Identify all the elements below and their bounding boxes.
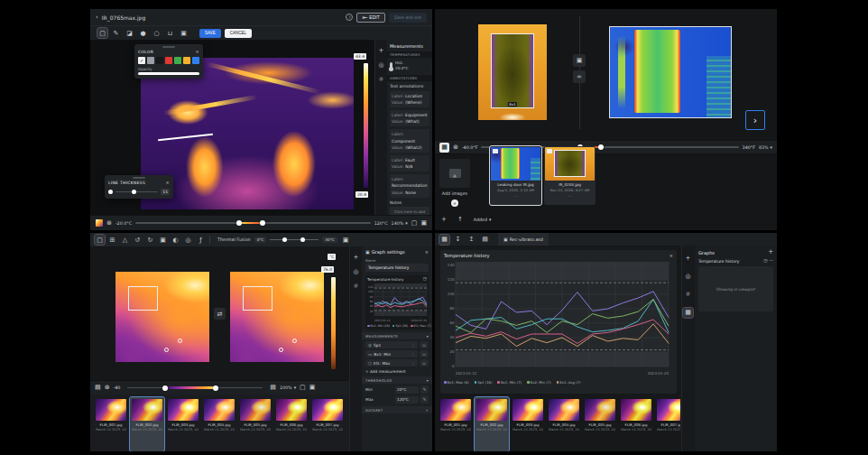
remove-icon[interactable]: × [451, 200, 458, 207]
eraser-tool-icon[interactable]: ◪ [125, 28, 134, 38]
image-card[interactable]: Leaking door IR.jpg Aug 5, 2045, 2:10 AM… [490, 146, 541, 205]
film-card[interactable]: FLIR_002.jpg March 15 2023, 10:4... [475, 397, 509, 451]
fusion-min-value[interactable]: 0°C [254, 237, 267, 243]
circle-tool-icon[interactable]: ○ [152, 28, 162, 38]
annotation-field[interactable]: Label: Recommendation Value: None [390, 174, 429, 198]
temperature-range-slider[interactable] [135, 219, 371, 227]
reference-thermal-image[interactable]: Bx1 [478, 24, 547, 120]
film-card[interactable]: FLIR_004.jpg March 15 2023, 10:4... [547, 397, 581, 451]
expand-icon[interactable]: ◳ [763, 259, 767, 264]
fit-view-icon[interactable]: ▢ [300, 385, 306, 391]
item-menu-icon[interactable]: ⋯ [770, 259, 774, 264]
film-card[interactable]: FLIR_003.jpg March 15 2023, 10:4... [511, 397, 545, 451]
add-image-icon[interactable]: + [441, 217, 447, 223]
duplicate-tool-icon[interactable]: ▣ [179, 28, 189, 38]
film-icon[interactable]: ▤ [270, 385, 276, 391]
palette-icon[interactable]: ◎ [378, 62, 383, 69]
zoom-dropdown[interactable]: 83%▾ [759, 145, 772, 150]
back-icon[interactable]: ‹ [96, 14, 98, 21]
palette-icon[interactable]: ◎ [183, 235, 193, 245]
color-swatch[interactable] [147, 57, 154, 64]
range-handle-high[interactable] [260, 220, 265, 226]
add-icon[interactable]: + [354, 255, 359, 261]
notes-input[interactable]: Click here to add notes [390, 207, 429, 215]
dataset-section[interactable]: DATASET+ [362, 406, 432, 413]
film-card[interactable]: FLIR_001.jpg March 15 2023, 10:4... [94, 397, 128, 451]
film-card[interactable]: FLIR_003.jpg March 15 2023, 10:4... [166, 397, 200, 451]
annotation-field[interactable]: Label: Component Value: (What2) [390, 129, 429, 153]
film-card[interactable]: FLIR_004.jpg March 15 2023, 10:4... [202, 397, 236, 451]
film-card[interactable]: FLIR_001.jpg March 15 2023, 10:4... [439, 397, 473, 451]
close-icon[interactable]: × [196, 50, 200, 54]
swap-images-button[interactable]: ⇄ [214, 308, 226, 320]
lightbulb-icon[interactable]: ☼ [378, 77, 383, 83]
edit-button[interactable]: ⇤ EDIT [356, 13, 384, 23]
sort-dropdown[interactable]: Added▾ [474, 218, 492, 222]
color-scale[interactable] [364, 63, 368, 188]
film-card[interactable]: FLIR_007.jpg March 15 2023, 10:4... [310, 397, 345, 451]
fill-view-icon[interactable]: ▣ [420, 220, 427, 227]
overlay-icon[interactable]: ▣ [341, 235, 351, 245]
circle-filled-tool-icon[interactable]: ● [138, 28, 148, 38]
close-icon[interactable]: × [669, 253, 673, 258]
pan-icon[interactable]: ⊞ [107, 235, 117, 245]
graphs-view-icon[interactable]: ▦ [439, 235, 449, 245]
compared-thermal-image[interactable] [609, 26, 732, 118]
color-swatch[interactable] [192, 57, 199, 64]
rotate-right-icon[interactable]: ↻ [145, 235, 155, 245]
delete-measurement-button[interactable]: ⊔ [420, 350, 429, 358]
thickness-handle[interactable] [132, 190, 136, 194]
film-icon[interactable]: ▤ [95, 385, 101, 391]
alarm-icon[interactable]: ⊗ [105, 385, 110, 391]
select-icon[interactable]: ▢ [95, 235, 105, 245]
film-card[interactable]: FLIR_002.jpg March 15 2023, 10:4... [130, 397, 164, 451]
save-exit-button[interactable]: Save and exit [389, 13, 427, 23]
color-swatch[interactable]: ✓ [138, 57, 145, 64]
thresholds-section[interactable]: THRESHOLDS▾ [362, 376, 432, 384]
link-images-button[interactable]: ∞ [573, 70, 586, 83]
measurements-section[interactable]: MEASUREMENTS▾ [362, 332, 432, 339]
opacity-slider[interactable] [138, 72, 199, 75]
max-value-input[interactable]: 120°C [395, 396, 419, 404]
palette-icon[interactable]: ◎ [353, 269, 358, 275]
film-card[interactable]: FLIR_005.jpg March 15 2023, 10:4... [583, 397, 617, 451]
next-image-button[interactable]: › [745, 110, 765, 130]
card-menu-icon[interactable]: ⋯ [491, 193, 540, 199]
palette-icon[interactable]: ◎ [683, 272, 693, 282]
shape-icon[interactable]: △ [120, 235, 130, 245]
fx-icon[interactable]: ƒ [196, 235, 206, 245]
palette-range-slider[interactable] [127, 385, 263, 392]
fit-view-icon[interactable]: ▢ [411, 220, 418, 227]
spot-marker[interactable] [178, 339, 182, 343]
measurement-row[interactable]: ◎ Sp1 ⋮ [365, 341, 418, 348]
range-handle-low[interactable] [162, 385, 168, 391]
range-handle-high[interactable] [213, 385, 218, 391]
zoom-dropdown[interactable]: 140%▾ [392, 221, 408, 226]
trash-tool-icon[interactable]: ⊔ [165, 28, 175, 38]
save-icon[interactable]: ▤ [480, 235, 490, 245]
film-card[interactable]: FLIR_007.jpg March 15 2023, 10:4... [655, 397, 680, 451]
close-icon[interactable]: × [166, 181, 171, 185]
fusion-max-value[interactable]: 30°C [322, 237, 337, 243]
select-tool-icon[interactable]: ▢ [97, 28, 107, 38]
add-graph-icon[interactable]: + [768, 249, 773, 255]
film-card[interactable]: FLIR_006.jpg March 15 2023, 10:4... [619, 397, 653, 451]
thermal-image-right[interactable] [230, 272, 324, 362]
annotation-field[interactable]: Label: Location Value: (Where) [390, 91, 429, 107]
image-card[interactable]: IR_0204.jpg Nov 24, 2008, 8:27 AM ⋯ [544, 146, 596, 205]
save-button[interactable]: SAVE [199, 29, 221, 38]
color-swatch[interactable] [183, 57, 190, 64]
close-icon[interactable]: × [425, 250, 429, 255]
help-icon[interactable]: ? [346, 14, 353, 21]
spot-marker[interactable] [292, 339, 297, 343]
fusion-handle-low[interactable] [282, 237, 287, 242]
add-measurement-button[interactable]: + Add measurement [365, 369, 429, 374]
color-swatch[interactable] [165, 57, 172, 64]
measurement-box[interactable]: Bx1 [491, 33, 535, 109]
measurement-row[interactable]: ▭ Bx1: Min ⋮ [365, 350, 418, 358]
color-swatch[interactable] [174, 57, 181, 64]
delete-measurement-button[interactable]: ⊔ [420, 359, 429, 367]
add-icon[interactable]: + [683, 254, 693, 264]
add-images-card[interactable]: ▲ [439, 159, 470, 188]
min-value-input[interactable]: 20°C [395, 386, 419, 394]
